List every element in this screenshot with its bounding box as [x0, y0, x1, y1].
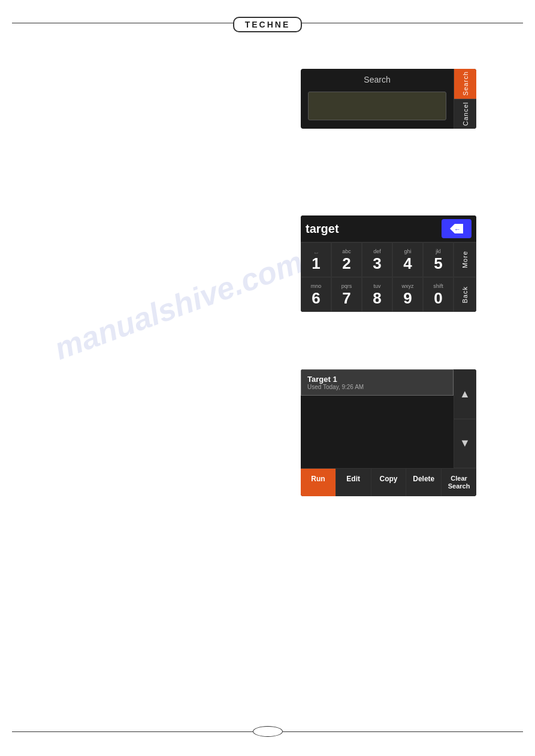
svg-text:←: ←: [454, 226, 461, 233]
key-9[interactable]: wxyz 9: [392, 277, 423, 312]
key-8[interactable]: tuv 8: [362, 277, 392, 312]
result-item-sub-0: Used Today, 9:26 AM: [307, 384, 447, 390]
watermark: manualshive.com: [50, 244, 308, 367]
key-2-num: 2: [342, 256, 350, 271]
result-item-0[interactable]: Target 1 Used Today, 9:26 AM: [301, 369, 454, 396]
keyboard-sidebar: More Back: [454, 242, 476, 312]
keyboard-panel: target ← ⎵ 1 abc 2 def 3 ghi: [301, 215, 476, 312]
key-9-label: wxyz: [402, 283, 414, 289]
search-button-label: Search: [462, 71, 469, 96]
more-button[interactable]: More: [454, 242, 476, 277]
scroll-up-button[interactable]: ▲: [454, 369, 476, 419]
copy-button[interactable]: Copy: [371, 469, 407, 496]
key-4-num: 4: [403, 256, 412, 271]
key-4[interactable]: ghi 4: [392, 242, 423, 277]
key-0[interactable]: shift 0: [423, 277, 454, 312]
key-4-label: ghi: [404, 248, 411, 254]
key-2[interactable]: abc 2: [331, 242, 362, 277]
key-3-label: def: [373, 248, 381, 254]
scroll-down-icon: ▼: [460, 437, 470, 450]
search-button[interactable]: Search: [454, 69, 476, 99]
cancel-button[interactable]: Cancel: [454, 99, 476, 129]
key-0-num: 0: [434, 290, 442, 306]
key-2-label: abc: [342, 248, 351, 254]
key-8-num: 8: [373, 290, 381, 306]
clear-search-button[interactable]: ClearSearch: [442, 469, 476, 496]
scroll-up-icon: ▲: [460, 388, 470, 400]
key-7-label: pqrs: [341, 283, 352, 289]
delete-button[interactable]: Delete: [406, 469, 442, 496]
more-button-label: More: [461, 251, 468, 268]
search-panel: Search Search Cancel: [301, 69, 476, 129]
edit-button[interactable]: Edit: [336, 469, 371, 496]
keyboard-keys: ⎵ 1 abc 2 def 3 ghi 4 jkl 5 mno 6: [301, 242, 454, 312]
header: TECHNE: [0, 17, 535, 32]
back-button[interactable]: Back: [454, 277, 476, 312]
results-panel: Target 1 Used Today, 9:26 AM ▲ ▼ Run Edi…: [301, 369, 476, 496]
key-7[interactable]: pqrs 7: [331, 277, 362, 312]
keyboard-header: target ←: [301, 215, 476, 242]
key-7-num: 7: [342, 290, 350, 306]
key-5-label: jkl: [436, 248, 441, 254]
key-3-num: 3: [373, 256, 381, 271]
back-button-label: Back: [461, 286, 468, 303]
key-1-num: 1: [312, 256, 320, 271]
result-item-name-0: Target 1: [307, 375, 447, 384]
keyboard-grid: ⎵ 1 abc 2 def 3 ghi 4 jkl 5 mno 6: [301, 242, 476, 312]
cancel-button-label: Cancel: [462, 102, 469, 126]
key-5-num: 5: [434, 256, 442, 271]
footer-oval: [253, 726, 283, 737]
key-1-label: ⎵: [315, 248, 318, 254]
scroll-down-button[interactable]: ▼: [454, 419, 476, 469]
key-1[interactable]: ⎵ 1: [301, 242, 331, 277]
key-6-num: 6: [312, 290, 320, 306]
logo: TECHNE: [233, 17, 303, 32]
search-panel-main: Search: [301, 69, 454, 129]
results-scroll: ▲ ▼: [454, 369, 476, 468]
keyboard-typed-text: target: [306, 222, 442, 236]
search-panel-title: Search: [308, 75, 446, 84]
key-5[interactable]: jkl 5: [423, 242, 454, 277]
run-button[interactable]: Run: [301, 469, 336, 496]
key-6-label: mno: [311, 283, 322, 289]
results-items: Target 1 Used Today, 9:26 AM: [301, 369, 454, 468]
search-panel-sidebar: Search Cancel: [454, 69, 476, 129]
key-3[interactable]: def 3: [362, 242, 392, 277]
key-8-label: tuv: [373, 283, 380, 289]
key-9-num: 9: [403, 290, 412, 306]
results-list: Target 1 Used Today, 9:26 AM ▲ ▼: [301, 369, 476, 468]
backspace-button[interactable]: ←: [442, 219, 471, 238]
results-actions: Run Edit Copy Delete ClearSearch: [301, 468, 476, 496]
search-input[interactable]: [308, 92, 446, 120]
key-6[interactable]: mno 6: [301, 277, 331, 312]
key-0-label: shift: [433, 283, 443, 289]
